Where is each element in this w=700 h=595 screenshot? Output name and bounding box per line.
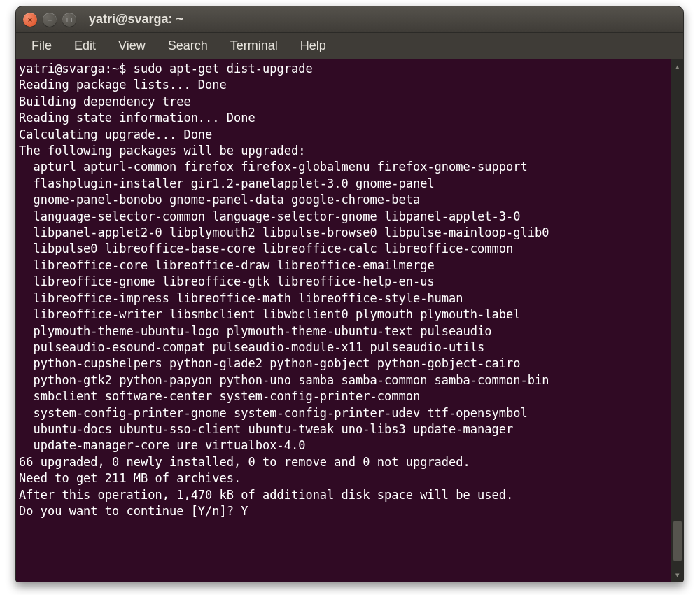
scroll-thumb[interactable]	[673, 521, 682, 561]
output-line: Do you want to continue [Y/n]? Y	[19, 503, 668, 519]
package-line: libreoffice-writer libsmbclient libwbcli…	[19, 307, 668, 323]
package-line: libpanel-applet2-0 libplymouth2 libpulse…	[19, 225, 668, 241]
terminal-window: × – □ yatri@svarga: ~ File Edit View Sea…	[15, 6, 684, 582]
menu-help[interactable]: Help	[290, 36, 336, 56]
menu-search[interactable]: Search	[158, 36, 218, 56]
maximize-icon[interactable]: □	[62, 13, 76, 27]
command-text: sudo apt-get dist-upgrade	[134, 62, 313, 76]
minimize-icon[interactable]: –	[43, 13, 57, 27]
output-line: Reading package lists... Done	[19, 77, 668, 93]
menu-edit[interactable]: Edit	[64, 36, 106, 56]
output-line: Building dependency tree	[19, 94, 668, 110]
menubar: File Edit View Search Terminal Help	[16, 33, 683, 59]
package-line: update-manager-core ure virtualbox-4.0	[19, 438, 668, 454]
package-line: libreoffice-impress libreoffice-math lib…	[19, 290, 668, 307]
terminal-output[interactable]: yatri@svarga:~$ sudo apt-get dist-upgrad…	[16, 59, 671, 582]
package-line: plymouth-theme-ubuntu-logo plymouth-them…	[19, 323, 668, 340]
output-line: The following packages will be upgraded:	[19, 143, 668, 159]
output-line: Reading state information... Done	[19, 110, 668, 126]
close-icon[interactable]: ×	[23, 13, 37, 27]
package-line: python-gtk2 python-papyon python-uno sam…	[19, 372, 668, 388]
prompt-line: yatri@svarga:~$ sudo apt-get dist-upgrad…	[19, 61, 668, 77]
package-line: pulseaudio-esound-compat pulseaudio-modu…	[19, 340, 668, 356]
output-line: 66 upgraded, 0 newly installed, 0 to rem…	[19, 454, 668, 470]
scrollbar[interactable]: ▴ ▾	[671, 59, 683, 582]
output-line: Calculating upgrade... Done	[19, 127, 668, 143]
scroll-up-icon[interactable]: ▴	[673, 62, 682, 71]
menu-file[interactable]: File	[22, 36, 62, 56]
package-line: gnome-panel-bonobo gnome-panel-data goog…	[19, 192, 668, 208]
menu-terminal[interactable]: Terminal	[220, 36, 288, 56]
package-line: flashplugin-installer gir1.2-panelapplet…	[19, 176, 668, 192]
package-line: libreoffice-core libreoffice-draw libreo…	[19, 258, 668, 274]
window-title: yatri@svarga: ~	[89, 12, 183, 27]
package-line: smbclient software-center system-config-…	[19, 388, 668, 405]
titlebar[interactable]: × – □ yatri@svarga: ~	[16, 6, 683, 33]
terminal-area: yatri@svarga:~$ sudo apt-get dist-upgrad…	[16, 59, 683, 582]
menu-view[interactable]: View	[108, 36, 155, 56]
output-line: After this operation, 1,470 kB of additi…	[19, 487, 668, 503]
output-line: Need to get 211 MB of archives.	[19, 470, 668, 486]
package-line: language-selector-common language-select…	[19, 209, 668, 225]
package-line: libpulse0 libreoffice-base-core libreoff…	[19, 241, 668, 257]
package-line: libreoffice-gnome libreoffice-gtk libreo…	[19, 274, 668, 290]
scroll-down-icon[interactable]: ▾	[673, 570, 682, 580]
package-line: ubuntu-docs ubuntu-sso-client ubuntu-twe…	[19, 421, 668, 438]
package-line: apturl apturl-common firefox firefox-glo…	[19, 159, 668, 175]
prompt-text: yatri@svarga:~$	[19, 62, 134, 76]
package-line: system-config-printer-gnome system-confi…	[19, 405, 668, 421]
package-line: python-cupshelpers python-glade2 python-…	[19, 356, 668, 372]
